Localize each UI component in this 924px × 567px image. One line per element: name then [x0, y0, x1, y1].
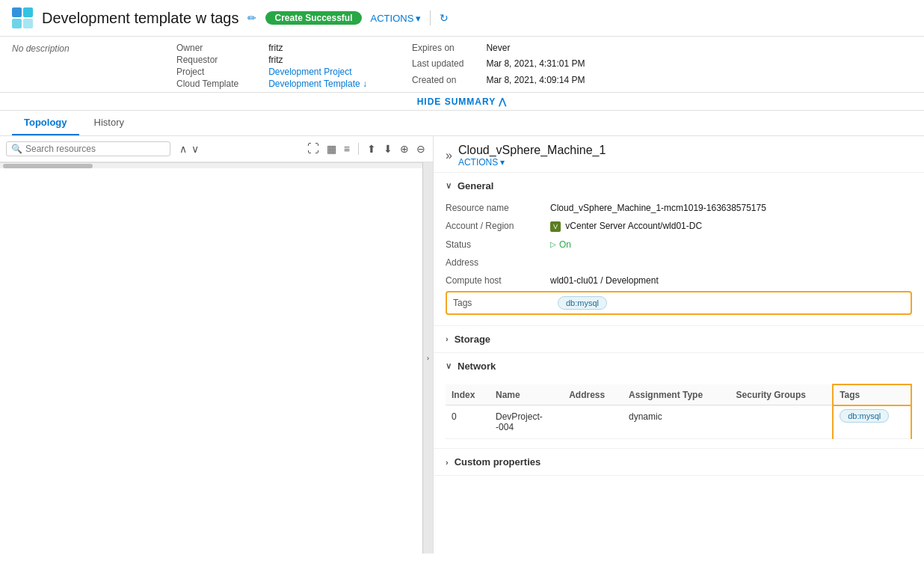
hide-summary-bar: HIDE SUMMARY ⋀ — [0, 93, 924, 111]
last-updated-label: Last updated — [412, 58, 463, 73]
header-actions-button[interactable]: ACTIONS ▾ — [371, 13, 422, 24]
expires-value: Never — [486, 43, 585, 57]
status-row: Status ▷ On — [446, 236, 912, 254]
general-chevron: ∨ — [446, 181, 452, 191]
create-badge: Create Successful — [265, 11, 361, 25]
custom-properties-header[interactable]: › Custom properties — [434, 449, 924, 475]
network-section-body: Index Name Address Assignment Type Secur… — [434, 384, 924, 449]
cloud-template-value: Development Template ↓ — [268, 79, 367, 89]
grid-icon[interactable]: ▦ — [325, 141, 338, 156]
network-section-header[interactable]: ∨ Network — [434, 353, 924, 379]
zoom-out-icon[interactable]: ⊖ — [415, 141, 427, 156]
cell-security-groups — [730, 405, 834, 439]
summary-meta: Owner fritz Requestor fritz Project Deve… — [176, 43, 367, 89]
col-tags: Tags — [833, 384, 911, 405]
compute-host-value: wld01-clu01 / Development — [550, 275, 659, 286]
network-chevron: ∨ — [446, 361, 452, 371]
app-header: Development template w tags ✏ Create Suc… — [0, 0, 924, 37]
play-icon: ▷ — [550, 240, 556, 248]
tab-history[interactable]: History — [82, 111, 136, 135]
address-row: Address — [446, 254, 912, 272]
svg-rect-3 — [23, 19, 33, 28]
project-link[interactable]: Development Project — [268, 67, 351, 77]
general-section-body: Resource name Cloud_vSphere_Machine_1-mc… — [434, 199, 924, 325]
search-icon: 🔍 — [11, 144, 22, 154]
project-label: Project — [176, 67, 238, 77]
tags-label: Tags — [453, 298, 550, 308]
custom-properties-section: › Custom properties — [434, 449, 924, 476]
scroll-arrow[interactable]: › — [422, 162, 433, 554]
col-security-groups: Security Groups — [730, 384, 834, 405]
custom-props-chevron: › — [446, 458, 449, 467]
tags-badge-general[interactable]: db:mysql — [558, 296, 607, 310]
general-section-header[interactable]: ∨ General — [434, 173, 924, 199]
topology-toolbar: 🔍 ∧ ∨ ⛶ ▦ ≡ ⬆ ⬇ ⊕ ⊖ — [0, 136, 433, 162]
requestor-label: Requestor — [176, 55, 238, 65]
hide-summary-button[interactable]: HIDE SUMMARY ⋀ — [417, 94, 508, 110]
storage-chevron: › — [446, 334, 449, 343]
resource-name-row: Resource name Cloud_vSphere_Machine_1-mc… — [446, 199, 912, 217]
topology-canvas-container: ⬡ Cloud_NSX_N... ⬜ Cloud_vSpher... ⬜ Clo… — [0, 162, 433, 554]
col-index: Index — [446, 384, 490, 405]
detail-actions-button[interactable]: ACTIONS ▾ — [458, 157, 505, 168]
cell-index: 0 — [446, 405, 490, 439]
summary-right: Expires on Never Last updated Mar 8, 202… — [412, 43, 585, 89]
svg-rect-1 — [23, 7, 33, 17]
collapse-panel-icon[interactable]: » — [446, 149, 452, 162]
page-title: Development template w tags — [42, 10, 238, 27]
resource-name-label: Resource name — [446, 203, 543, 213]
compute-host-row: Compute host wld01-clu01 / Development — [446, 272, 912, 289]
storage-section: › Storage — [434, 326, 924, 353]
project-value: Development Project — [268, 67, 367, 77]
vcenter-icon: V — [550, 221, 561, 232]
resource-name-value: Cloud_vSphere_Machine_1-mcm1019-16363857… — [550, 203, 766, 213]
cell-assignment-type: dynamic — [623, 405, 730, 439]
topology-panel: 🔍 ∧ ∨ ⛶ ▦ ≡ ⬆ ⬇ ⊕ ⊖ — [0, 136, 434, 554]
scrollbar-thumb[interactable] — [3, 164, 93, 168]
svg-rect-0 — [12, 7, 22, 17]
storage-section-header[interactable]: › Storage — [434, 326, 924, 352]
download-icon[interactable]: ⬇ — [382, 141, 394, 156]
custom-props-label: Custom properties — [455, 456, 541, 468]
cell-address — [563, 405, 623, 439]
detail-title: Cloud_vSphere_Machine_1 — [458, 144, 606, 156]
upload-icon[interactable]: ⬆ — [366, 141, 378, 156]
tabs-bar: Topology History — [0, 111, 924, 136]
search-box[interactable]: 🔍 — [6, 141, 170, 156]
no-description: No description — [12, 43, 70, 54]
sort-up-icon[interactable]: ∧ — [178, 141, 188, 156]
account-region-row: Account / Region V vCenter Server Accoun… — [446, 217, 912, 236]
cloud-template-label: Cloud Template — [176, 79, 238, 89]
account-region-label: Account / Region — [446, 221, 543, 231]
toolbar-icons: ⛶ ▦ ≡ ⬆ ⬇ ⊕ ⊖ — [306, 141, 427, 157]
address-label: Address — [446, 257, 543, 268]
storage-label: Storage — [455, 334, 490, 345]
col-address: Address — [563, 384, 623, 405]
summary-left: No description — [12, 43, 161, 89]
connect-icon[interactable]: ⛶ — [306, 141, 321, 157]
refresh-icon[interactable]: ↻ — [440, 12, 449, 24]
app-logo — [12, 7, 33, 28]
cell-tags: db:mysql — [833, 405, 911, 439]
detail-panel: » Cloud_vSphere_Machine_1 ACTIONS ▾ ∨ Ge… — [434, 136, 924, 554]
network-label: Network — [458, 361, 496, 372]
network-tags-badge[interactable]: db:mysql — [840, 409, 889, 423]
toolbar-divider — [358, 143, 359, 155]
search-input[interactable] — [25, 144, 165, 154]
table-row: 0 DevProject--004 dynamic db:mysql — [446, 405, 911, 439]
network-table: Index Name Address Assignment Type Secur… — [446, 384, 912, 440]
canvas-scrollbar[interactable]: › — [0, 162, 433, 168]
sort-down-icon[interactable]: ∨ — [190, 141, 200, 156]
tab-topology[interactable]: Topology — [12, 111, 79, 135]
cloud-template-link[interactable]: Development Template ↓ — [268, 79, 367, 89]
edit-icon[interactable]: ✏ — [247, 12, 256, 24]
expires-label: Expires on — [412, 43, 463, 57]
last-updated-value: Mar 8, 2021, 4:31:01 PM — [486, 58, 585, 73]
requestor-value: fritz — [268, 55, 367, 65]
status-label: Status — [446, 239, 543, 250]
cell-name: DevProject--004 — [490, 405, 563, 439]
col-name: Name — [490, 384, 563, 405]
list-icon[interactable]: ≡ — [342, 141, 351, 156]
zoom-in-icon[interactable]: ⊕ — [398, 141, 410, 156]
created-on-value: Mar 8, 2021, 4:09:14 PM — [486, 75, 585, 89]
